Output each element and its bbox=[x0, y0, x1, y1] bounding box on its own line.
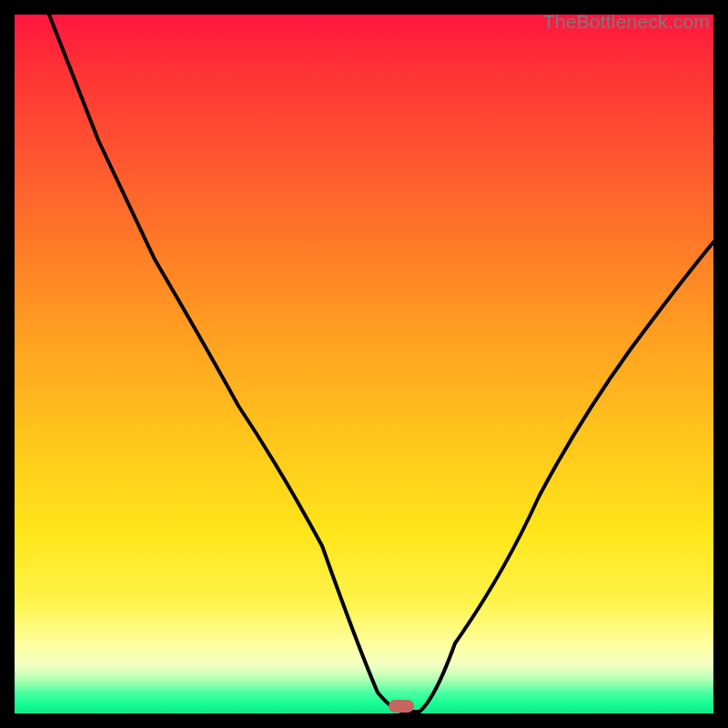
optimal-marker bbox=[389, 700, 414, 713]
bottleneck-curve bbox=[15, 15, 713, 713]
plot-area: TheBottleneck.com bbox=[15, 15, 713, 713]
watermark-text: TheBottleneck.com bbox=[543, 11, 710, 33]
curve-path bbox=[49, 15, 713, 712]
chart-frame: TheBottleneck.com bbox=[15, 15, 713, 713]
